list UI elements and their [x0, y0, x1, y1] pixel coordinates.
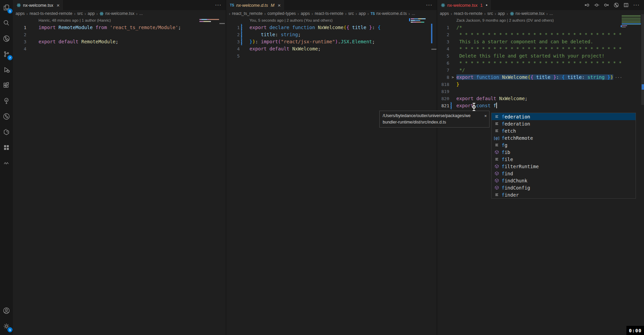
code-line[interactable]: 1/* [437, 24, 644, 31]
breadcrumb-item[interactable]: app [359, 11, 366, 16]
minimap[interactable] [199, 19, 219, 20]
suggest-item[interactable]: fg [492, 141, 636, 149]
close-icon[interactable]: × [278, 2, 281, 8]
code-line[interactable]: 820export default NxWelcome; [437, 95, 644, 102]
close-icon[interactable]: × [484, 113, 487, 119]
breadcrumb-item[interactable]: ... [549, 11, 553, 16]
editor-tab[interactable]: TS nx-welcome.d.ts M × [226, 0, 285, 10]
breadcrumb-item[interactable]: react-ts-remote [315, 11, 343, 16]
extensions-icon[interactable] [1, 80, 12, 91]
breadcrumb-label: react_ts_remote [232, 11, 262, 16]
suggest-item[interactable]: [@]fetchRemote [492, 134, 636, 141]
breadcrumb-item[interactable]: app [498, 11, 505, 16]
run-debug-icon[interactable] [1, 64, 12, 75]
code-line[interactable]: 4 * * * * * * * * * * * * * * * * * * * … [437, 45, 644, 52]
scrollbar[interactable] [641, 14, 644, 105]
code-line[interactable]: 2 title: string; [226, 31, 437, 38]
code-editor[interactable]: Hanric, 48 minutes ago | 1 author (Hanri… [13, 17, 226, 52]
split-editor-icon[interactable] [623, 2, 629, 8]
breadcrumb-item[interactable]: compiled-types [267, 11, 296, 16]
code-line[interactable]: 819 [437, 88, 644, 95]
overview-cursor-mark [431, 49, 436, 50]
explorer-icon[interactable]: 1 [1, 2, 12, 13]
breadcrumb-item[interactable]: nx-welcome.tsx [99, 11, 134, 16]
fold-ellipsis-icon[interactable]: ··· [615, 75, 622, 80]
more-extensions-icon[interactable] [1, 158, 12, 169]
suggest-item[interactable]: federation [492, 113, 636, 120]
code-editor[interactable]: You, 5 seconds ago | 2 authors (You and … [226, 17, 437, 60]
search-icon[interactable] [1, 18, 12, 28]
suggest-item[interactable]: find [492, 170, 636, 177]
code-line[interactable]: 818} [437, 81, 644, 88]
suggest-item[interactable]: findConfig [492, 184, 636, 191]
breadcrumb-item[interactable]: nx-welcome.tsx [510, 11, 545, 16]
word-suggestion-icon [494, 129, 500, 133]
git-codelens[interactable]: Hanric, 48 minutes ago | 1 author (Hanri… [39, 17, 226, 24]
value-suggestion-icon: [@] [494, 136, 500, 140]
code-line[interactable]: 8>export function NxWelcome({ title }: {… [437, 74, 644, 81]
code-editor[interactable]: Zack Jackson, 9 months ago | 2 authors (… [437, 17, 644, 109]
suggest-item[interactable]: finder [492, 191, 636, 198]
grid-icon[interactable] [1, 142, 12, 153]
breadcrumb-item[interactable]: ... [139, 11, 143, 16]
code-line[interactable]: 3}): import("react/jsx-runtime").JSX.Ele… [226, 38, 437, 45]
text-cursor [496, 103, 497, 108]
code-line[interactable]: 4export default NxWelcome; [226, 45, 437, 52]
minimap[interactable] [411, 18, 426, 19]
account-icon[interactable] [1, 305, 12, 316]
breadcrumb-item[interactable]: apps [16, 11, 25, 16]
hexagon-icon[interactable] [1, 127, 12, 137]
minimap-line [411, 20, 420, 21]
suggest-item[interactable]: fetch [492, 127, 636, 134]
suggest-item[interactable]: fib [492, 149, 636, 156]
gitlens-icon[interactable] [1, 33, 12, 44]
settings-gear-icon[interactable]: 1 [1, 321, 12, 332]
breadcrumb-item[interactable]: react_ts_remote [232, 11, 262, 16]
breadcrumb-item[interactable]: TSnx-welcome.d.ts [371, 11, 407, 16]
breadcrumb-item[interactable]: src [487, 11, 493, 16]
next-change-icon[interactable] [604, 2, 609, 8]
more-actions-icon[interactable]: ··· [426, 2, 432, 8]
chevron-right-icon: › [546, 11, 548, 16]
breadcrumb-item[interactable]: apps [301, 11, 310, 16]
breadcrumb-item[interactable]: src [348, 11, 354, 16]
commit-graph-icon[interactable] [1, 111, 12, 122]
source-control-icon[interactable]: 7 [1, 49, 12, 60]
code-line[interactable]: 5 [226, 52, 437, 60]
code-line[interactable]: 4 [13, 45, 226, 52]
breadcrumb-item[interactable]: app [88, 11, 95, 16]
close-icon[interactable]: × [57, 2, 60, 8]
code-line[interactable]: 1export declare function NxWelcome({ tit… [226, 24, 437, 31]
editor-tab[interactable]: nx-welcome.tsx × [13, 0, 64, 10]
git-codelens[interactable]: Zack Jackson, 9 months ago | 2 authors (… [456, 17, 644, 24]
more-actions-icon[interactable]: ··· [633, 2, 640, 8]
code-line[interactable]: 7 */ [437, 67, 644, 74]
suggest-item[interactable]: file [492, 156, 636, 163]
code-line[interactable]: 3export default RemoteModule; [13, 38, 226, 45]
code-line[interactable]: 5 Delete this file and get started with … [437, 52, 644, 60]
fold-chevron-icon[interactable]: > [452, 74, 454, 81]
editor-tab[interactable]: nx-welcome.tsx 1 ● [437, 0, 492, 10]
commit-graph-icon[interactable] [614, 2, 619, 8]
previous-change-icon[interactable] [584, 2, 590, 8]
code-line[interactable]: 3 This is a starter component and can be… [437, 38, 644, 45]
breadcrumb-item[interactable]: react-ts-nested-remote [29, 11, 72, 16]
breadcrumb-item[interactable]: react-ts-remote [454, 11, 482, 16]
suggest-label: fetchRemote [502, 135, 533, 141]
git-codelens[interactable]: You, 5 seconds ago | 2 authors (You and … [249, 17, 437, 24]
open-changes-icon[interactable] [594, 2, 599, 8]
breadcrumb-item[interactable]: src [77, 11, 83, 16]
code-line[interactable]: 2 [13, 31, 226, 38]
dirty-dot-icon[interactable]: ● [486, 3, 487, 7]
suggest-item[interactable]: federation [492, 120, 636, 127]
code-line[interactable]: 1import RemoteModule from 'react_ts_remo… [13, 24, 226, 31]
suggest-item[interactable]: filterRuntime [492, 163, 636, 170]
tree-icon[interactable] [1, 95, 12, 106]
breadcrumb-item[interactable]: ... [412, 11, 415, 16]
suggest-item[interactable]: findChunk [492, 177, 636, 184]
breadcrumb-item[interactable]: apps [440, 11, 449, 16]
code-line[interactable]: 821export const f [437, 102, 644, 109]
code-line[interactable]: 6 * * * * * * * * * * * * * * * * * * * … [437, 60, 644, 67]
code-line[interactable]: 2 * * * * * * * * * * * * * * * * * * * … [437, 31, 644, 38]
more-actions-icon[interactable]: ··· [215, 2, 221, 8]
